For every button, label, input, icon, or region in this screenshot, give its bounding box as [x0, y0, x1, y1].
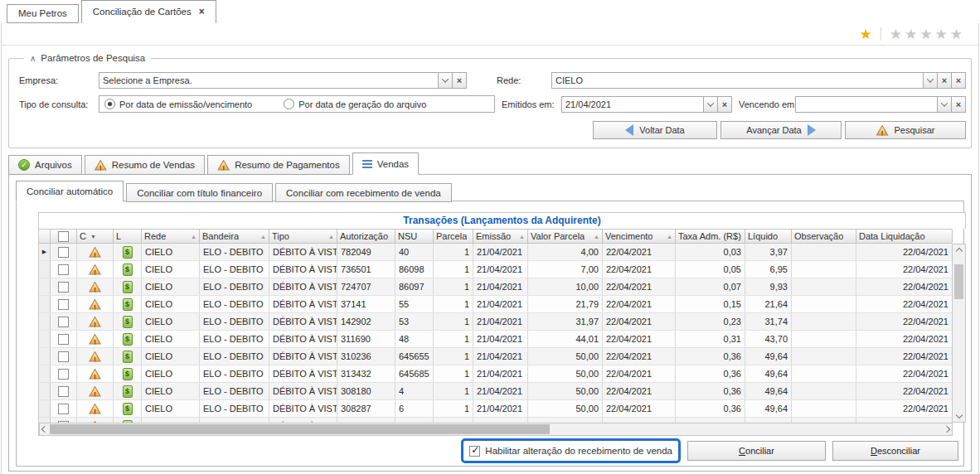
scrollbar-thumb[interactable] — [50, 424, 550, 434]
tab-conciliacao-de-cartoes[interactable]: Conciliação de Cartões × — [81, 0, 216, 23]
dropdown-icon[interactable] — [923, 73, 937, 88]
tab-conciliar-automatico[interactable]: Conciliar automático — [16, 181, 124, 202]
group-legend[interactable]: ∧Parâmetros de Pesquisa — [24, 53, 151, 63]
cell-select[interactable] — [51, 365, 77, 382]
col-header-c[interactable]: C▼ — [77, 230, 114, 243]
table-row[interactable]: $CIELOELO - DEBITODÉBITO À VISTA31343264… — [39, 365, 952, 383]
col-header-emissao[interactable]: Emissão▲ — [473, 230, 528, 243]
cell-select[interactable] — [51, 296, 77, 312]
vertical-scrollbar[interactable] — [952, 244, 966, 423]
tab-conciliar-com-titulo-financeiro[interactable]: Conciliar com título financeiro — [126, 183, 273, 202]
conciliar-button[interactable]: Conciliar — [687, 441, 826, 461]
col-header-parcela[interactable]: Parcela — [434, 230, 473, 243]
table-row[interactable]: $CIELOELO - DEBITODÉBITO À VISTA31023664… — [39, 348, 952, 365]
horizontal-scrollbar[interactable] — [39, 423, 953, 436]
cell-select[interactable] — [51, 400, 77, 417]
dropdown-icon[interactable] — [937, 97, 951, 112]
dropdown-icon[interactable] — [703, 97, 717, 112]
row-checkbox[interactable] — [58, 247, 69, 258]
scrollbar-thumb[interactable] — [954, 264, 963, 299]
rating-stars-icon[interactable]: ★★★★★ — [890, 26, 965, 43]
habilitar-checkbox-container[interactable]: Habilitar alteração do recebimento de ve… — [461, 438, 681, 463]
avancar-data-button[interactable]: Avançar Data — [720, 121, 842, 139]
row-checkbox[interactable] — [58, 386, 69, 397]
cell-select[interactable] — [51, 313, 77, 330]
filter-icon[interactable]: ▼ — [90, 234, 96, 239]
radio-option-geracao-arquivo[interactable]: Por data de geração do arquivo — [284, 99, 426, 109]
collapse-icon[interactable]: ∧ — [30, 54, 36, 63]
row-checkbox[interactable] — [58, 334, 69, 345]
dropdown-icon[interactable] — [438, 73, 452, 88]
row-checkbox[interactable] — [58, 404, 69, 414]
cell-select[interactable] — [51, 244, 77, 260]
clear-icon[interactable] — [452, 73, 466, 88]
cell-select[interactable] — [51, 278, 77, 295]
vencendo-em-date-select[interactable] — [795, 96, 966, 113]
tab-resumo-de-vendas[interactable]: Resumo de Vendas — [85, 155, 205, 175]
row-checkbox[interactable] — [58, 299, 69, 310]
table-row[interactable]: $CIELOELO - DEBITODÉBITO À VISTA72470786… — [39, 278, 952, 296]
row-checkbox[interactable] — [58, 351, 69, 362]
select-all-checkbox[interactable] — [58, 231, 69, 242]
tab-conciliar-com-recebimento-de-venda[interactable]: Conciliar com recebimento de venda — [275, 183, 452, 202]
pesquisar-button[interactable]: Pesquisar — [845, 121, 966, 139]
habilitar-checkbox[interactable] — [469, 446, 480, 457]
col-header-rede[interactable]: Rede▲ — [142, 230, 200, 243]
scroll-left-icon[interactable] — [41, 426, 48, 433]
col-header-bandeira[interactable]: Bandeira▲ — [200, 230, 269, 243]
tab-resumo-de-pagamentos[interactable]: Resumo de Pagamentos — [207, 155, 350, 175]
table-row[interactable]: $CIELOELO - DEBITODÉBITO À VISTA31169048… — [39, 331, 952, 348]
close-tab-icon[interactable]: × — [199, 3, 205, 21]
scrollbar-track[interactable] — [50, 424, 942, 434]
empresa-value: Selecione a Empresa. — [99, 73, 438, 88]
voltar-data-button[interactable]: Voltar Data — [593, 121, 717, 139]
col-header-l[interactable]: L — [114, 230, 142, 243]
desconciliar-button[interactable]: Desconciliar — [832, 441, 958, 461]
col-header-select[interactable] — [51, 230, 77, 243]
table-row[interactable]: $CIELOELO - DEBITODÉBITO À VISTA14290253… — [39, 313, 952, 331]
cell-select[interactable] — [51, 383, 77, 399]
cell-select[interactable] — [51, 331, 77, 347]
col-header-vencimento[interactable]: Vencimento▲ — [603, 230, 676, 243]
table-row[interactable]: $CIELOELO - DEBITODÉBITO À VISTA30818041… — [39, 383, 952, 400]
table-row[interactable]: $CIELOELO - DEBITODÉBITO À VISTA37141551… — [39, 296, 952, 313]
clear-icon[interactable] — [951, 97, 965, 112]
cell-select[interactable] — [51, 261, 77, 278]
scroll-up-icon[interactable] — [955, 248, 962, 254]
col-header-liquido[interactable]: Líquido — [745, 230, 792, 243]
table-row[interactable]: ▶$CIELOELO - DEBITODÉBITO À VISTA7820494… — [39, 244, 952, 261]
table-row[interactable]: $CIELOELO - DEBITODÉBITO À VISTA30828761… — [39, 400, 952, 418]
radio-button[interactable] — [104, 99, 115, 109]
row-checkbox[interactable] — [58, 264, 69, 275]
rede-select[interactable]: CIELO — [551, 72, 966, 89]
row-checkbox[interactable] — [58, 282, 69, 293]
cell-select[interactable] — [51, 418, 77, 423]
tab-meu-petros[interactable]: Meu Petros — [7, 4, 79, 23]
col-header-tipo[interactable]: Tipo▲ — [269, 230, 337, 243]
table-row[interactable]: $CIELOELO - DEBITODÉBITO À VISTA73650186… — [39, 261, 952, 278]
emitidos-em-date-select[interactable]: 21/04/2021 — [561, 96, 732, 113]
warning-icon — [89, 369, 101, 380]
radio-option-emissao-vencimento[interactable]: Por data de emissão/vencimento — [104, 99, 252, 109]
row-checkbox[interactable] — [58, 421, 69, 423]
row-checkbox[interactable] — [58, 369, 69, 380]
scroll-right-icon[interactable] — [944, 426, 950, 433]
clear-icon[interactable] — [937, 73, 951, 88]
col-header-nsu[interactable]: NSU — [395, 230, 434, 243]
cell-select[interactable] — [51, 348, 77, 365]
tab-arquivos[interactable]: ✓Arquivos — [8, 155, 82, 175]
clear-icon[interactable] — [717, 97, 731, 112]
table-row[interactable]: $CIELOELO - DEBITODÉBITO À VISTA — [39, 418, 952, 423]
col-header-liquidacao[interactable]: Data Liquidação — [856, 230, 953, 243]
col-header-valor[interactable]: Valor Parcela▲ — [528, 230, 603, 243]
col-header-observacao[interactable]: Observação — [792, 230, 856, 243]
clear-icon[interactable] — [951, 73, 965, 88]
row-checkbox[interactable] — [58, 317, 69, 327]
col-header-taxa[interactable]: Taxa Adm. (R$) — [676, 230, 745, 243]
favorite-star-icon[interactable]: ★ — [860, 26, 872, 43]
tab-vendas[interactable]: Vendas — [352, 152, 419, 175]
empresa-select[interactable]: Selecione a Empresa. — [99, 72, 467, 89]
scroll-down-icon[interactable] — [955, 412, 962, 418]
col-header-autorizacao[interactable]: Autorização — [337, 230, 395, 243]
radio-button[interactable] — [284, 99, 294, 109]
